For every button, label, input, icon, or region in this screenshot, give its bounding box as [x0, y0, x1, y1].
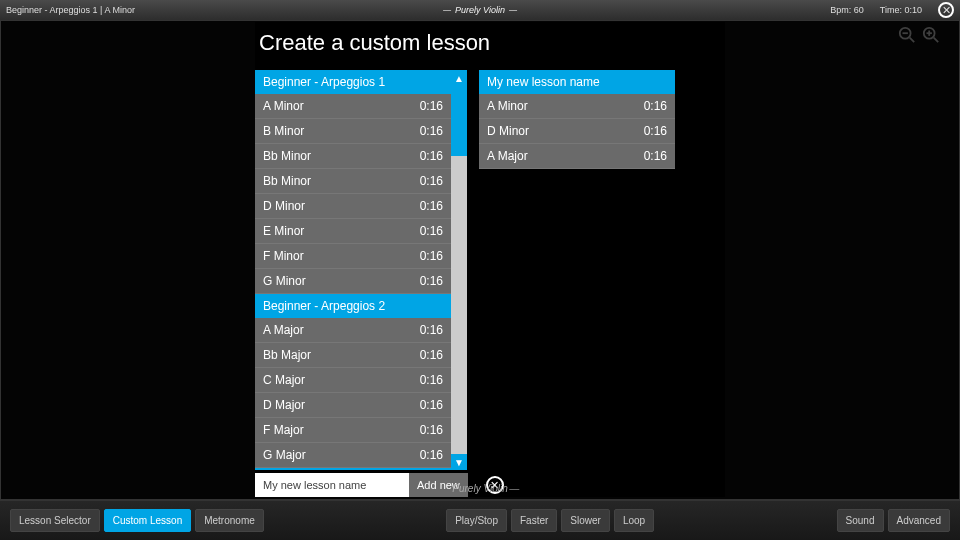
item-duration: 0:16 — [420, 274, 443, 288]
zoom-out-icon[interactable] — [898, 26, 916, 44]
item-label: C Major — [263, 373, 305, 387]
panel-title: Create a custom lesson — [255, 22, 725, 70]
source-item[interactable]: Bb Minor0:16 — [255, 169, 451, 194]
item-duration: 0:16 — [420, 249, 443, 263]
source-item[interactable]: G Minor0:16 — [255, 269, 451, 294]
item-label: B Minor — [263, 124, 304, 138]
source-item[interactable]: Bb Major0:16 — [255, 343, 451, 368]
lesson-selector-button[interactable]: Lesson Selector — [10, 509, 100, 532]
zoom-in-icon[interactable] — [922, 26, 940, 44]
faster-button[interactable]: Faster — [511, 509, 557, 532]
custom-lesson-button[interactable]: Custom Lesson — [104, 509, 191, 532]
item-label: A Major — [487, 149, 528, 163]
item-duration: 0:16 — [420, 398, 443, 412]
item-duration: 0:16 — [420, 124, 443, 138]
svg-line-1 — [910, 38, 915, 43]
dest-list[interactable]: My new lesson nameA Minor0:16D Minor0:16… — [479, 70, 675, 169]
item-duration: 0:16 — [644, 124, 667, 138]
item-duration: 0:16 — [420, 174, 443, 188]
sound-button[interactable]: Sound — [837, 509, 884, 532]
source-item[interactable]: G Major0:16 — [255, 443, 451, 468]
source-item[interactable]: D Minor0:16 — [255, 194, 451, 219]
item-label: Bb Minor — [263, 149, 311, 163]
source-item[interactable]: F Minor0:16 — [255, 244, 451, 269]
source-item[interactable]: E Minor0:16 — [255, 219, 451, 244]
source-item[interactable]: F Major0:16 — [255, 418, 451, 443]
source-list[interactable]: Beginner - Arpeggios 1A Minor0:16B Minor… — [255, 70, 451, 470]
item-duration: 0:16 — [420, 224, 443, 238]
svg-line-4 — [934, 38, 939, 43]
brand-logo: Purely Violin — [443, 5, 517, 15]
dest-header[interactable]: My new lesson name — [479, 70, 675, 94]
item-label: E Minor — [263, 224, 304, 238]
item-label: D Major — [263, 398, 305, 412]
item-label: A Minor — [263, 99, 304, 113]
item-label: F Minor — [263, 249, 304, 263]
source-item[interactable]: B Minor0:16 — [255, 119, 451, 144]
bottombar: Lesson Selector Custom Lesson Metronome … — [0, 500, 960, 540]
item-label: G Minor — [263, 274, 306, 288]
source-wrap: Beginner - Arpeggios 1A Minor0:16B Minor… — [255, 70, 467, 470]
lists-row: Beginner - Arpeggios 1A Minor0:16B Minor… — [255, 70, 725, 470]
scroll-up-icon[interactable]: ▲ — [451, 70, 467, 86]
dest-item[interactable]: D Minor0:16 — [479, 119, 675, 144]
bpm-label: Bpm: 60 — [830, 5, 864, 15]
scroll-thumb[interactable] — [451, 86, 467, 156]
zoom-controls — [898, 26, 940, 44]
source-item[interactable]: C Major0:16 — [255, 368, 451, 393]
item-label: A Major — [263, 323, 304, 337]
topbar-right: Bpm: 60 Time: 0:10 ✕ — [830, 2, 954, 18]
item-duration: 0:16 — [420, 423, 443, 437]
slower-button[interactable]: Slower — [561, 509, 610, 532]
source-item[interactable]: D Major0:16 — [255, 393, 451, 418]
play-stop-button[interactable]: Play/Stop — [446, 509, 507, 532]
item-duration: 0:16 — [420, 149, 443, 163]
section-header[interactable]: Beginner - Arpeggios 1 — [255, 70, 451, 94]
close-icon[interactable]: ✕ — [938, 2, 954, 18]
item-duration: 0:16 — [420, 323, 443, 337]
dest-item[interactable]: A Major0:16 — [479, 144, 675, 169]
item-duration: 0:16 — [420, 448, 443, 462]
advanced-button[interactable]: Advanced — [888, 509, 950, 532]
time-label: Time: 0:10 — [880, 5, 922, 15]
item-duration: 0:16 — [644, 149, 667, 163]
item-label: A Minor — [487, 99, 528, 113]
source-item[interactable]: Bb Minor0:16 — [255, 144, 451, 169]
item-duration: 0:16 — [420, 199, 443, 213]
item-label: D Minor — [487, 124, 529, 138]
item-duration: 0:16 — [644, 99, 667, 113]
dest-item[interactable]: A Minor0:16 — [479, 94, 675, 119]
item-label: Bb Minor — [263, 174, 311, 188]
scrollbar[interactable]: ▲ ▼ — [451, 70, 467, 470]
custom-lesson-panel: Create a custom lesson Beginner - Arpegg… — [255, 22, 725, 497]
item-label: D Minor — [263, 199, 305, 213]
item-duration: 0:16 — [420, 373, 443, 387]
source-item[interactable]: A Major0:16 — [255, 318, 451, 343]
item-duration: 0:16 — [420, 99, 443, 113]
section-header[interactable]: Beginner - Arpeggios 2 — [255, 294, 451, 318]
item-label: G Major — [263, 448, 306, 462]
brand-footer: Purely Violin — [438, 483, 521, 494]
topbar: Beginner - Arpeggios 1 | A Minor Purely … — [0, 0, 960, 20]
item-label: Bb Major — [263, 348, 311, 362]
section-header[interactable]: Beginner - Scales 1 — [255, 468, 451, 470]
source-item[interactable]: A Minor0:16 — [255, 94, 451, 119]
item-duration: 0:16 — [420, 348, 443, 362]
scroll-down-icon[interactable]: ▼ — [451, 454, 467, 470]
breadcrumb: Beginner - Arpeggios 1 | A Minor — [6, 5, 135, 15]
lesson-name-input[interactable] — [255, 473, 409, 497]
metronome-button[interactable]: Metronome — [195, 509, 264, 532]
loop-button[interactable]: Loop — [614, 509, 654, 532]
item-label: F Major — [263, 423, 304, 437]
